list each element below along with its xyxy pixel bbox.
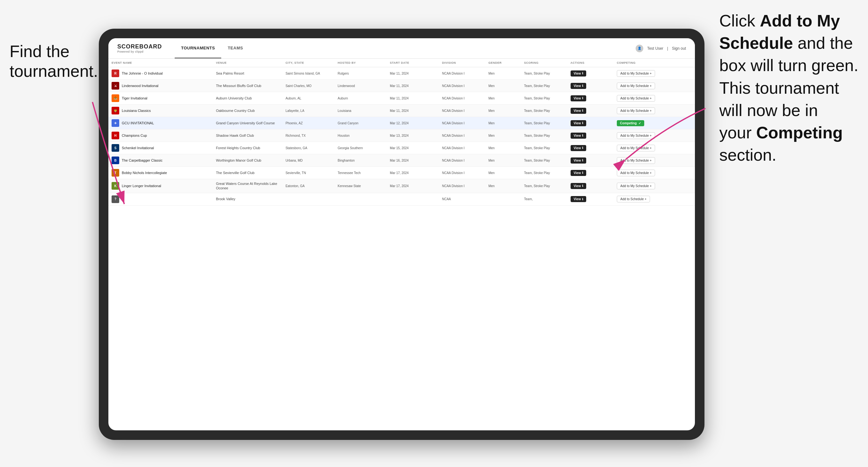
event-name: Louisiana Classics — [122, 109, 151, 113]
add-label: Add to My Schedule + — [620, 109, 652, 113]
add-to-schedule-button[interactable]: Add to My Schedule + — [617, 95, 655, 102]
table-row: 🐯 Tiger Invitational Auburn University C… — [108, 92, 695, 104]
event-name: The Carpetbagger Classic — [122, 158, 162, 162]
team-logo: H — [112, 132, 119, 139]
gender: Men — [488, 121, 494, 125]
add-to-schedule-button[interactable]: Add to My Schedule + — [617, 169, 655, 176]
nav-tab-teams[interactable]: TEAMS — [221, 38, 249, 58]
view-button[interactable]: View ℹ — [570, 133, 587, 139]
table-row: ✈ GCU INVITATIONAL Grand Canyon Universi… — [108, 117, 695, 129]
hosted-by: Kennesaw State — [338, 184, 361, 188]
view-button[interactable]: View ℹ — [570, 145, 587, 151]
add-label: Add to My Schedule + — [620, 72, 652, 75]
info-icon: ℹ — [582, 109, 583, 112]
scoring: Team, Stroke Play — [524, 184, 550, 188]
add-to-schedule-button[interactable]: Add to My Schedule + — [617, 132, 655, 139]
competing-button[interactable]: Competing ✓ — [617, 120, 644, 126]
scoring: Team, Stroke Play — [524, 109, 550, 113]
view-label: View — [574, 171, 581, 175]
venue: Sea Palms Resort — [216, 71, 244, 75]
sign-out-link[interactable]: Sign out — [672, 46, 686, 51]
city-state: Auburn, AL — [286, 97, 301, 100]
hosted-by: Tennessee Tech — [338, 171, 361, 175]
team-logo: K — [112, 182, 119, 190]
user-icon: 👤 — [636, 44, 643, 52]
view-label: View — [574, 84, 581, 88]
division: NCAA Division I — [442, 84, 465, 88]
gender: Men — [488, 159, 494, 162]
view-button[interactable]: View ℹ — [570, 120, 587, 126]
add-to-schedule-button[interactable]: Add to My Schedule + — [617, 107, 655, 114]
view-label: View — [574, 97, 581, 100]
scoring: Team, Stroke Play — [524, 72, 550, 75]
view-button[interactable]: View ℹ — [570, 70, 587, 76]
scoring: Team, Stroke Play — [524, 134, 550, 137]
tablet-screen: SCOREBOARD Powered by clippd TOURNAMENTS… — [108, 38, 695, 430]
division: NCAA Division I — [442, 121, 465, 125]
info-icon: ℹ — [582, 146, 583, 150]
add-to-schedule-button[interactable]: Add to My Schedule + — [617, 83, 655, 89]
start-date: Mar 12, 2024 — [390, 121, 409, 125]
event-name: Linger Longer Invitational — [122, 184, 161, 188]
info-icon: ℹ — [582, 184, 583, 187]
event-name: GCU INVITATIONAL — [122, 121, 154, 125]
view-button[interactable]: View ℹ — [570, 83, 587, 89]
start-date: Mar 13, 2024 — [390, 134, 409, 137]
view-label: View — [574, 146, 581, 150]
col-header-division: DIVISION — [439, 59, 486, 67]
table-row: H Champions Cup Shadow Hawk Golf Club Ri… — [108, 129, 695, 142]
start-date: Mar 11, 2024 — [390, 97, 409, 100]
view-button[interactable]: View ℹ — [570, 196, 587, 202]
city-state: Eatonton, GA — [286, 184, 305, 188]
gender: Men — [488, 171, 494, 175]
col-header-scoring: SCORING — [521, 59, 567, 67]
add-to-schedule-button[interactable]: Add to Schedule + — [617, 196, 650, 203]
team-logo: 🦁 — [112, 107, 119, 115]
team-logo: 🐯 — [112, 94, 119, 102]
view-button[interactable]: View ℹ — [570, 108, 587, 114]
venue: Forest Heights Country Club — [216, 146, 260, 150]
logo-sub: Powered by clippd — [117, 50, 162, 53]
division: NCAA Division I — [442, 97, 465, 100]
venue: Oakbourne Country Club — [216, 109, 255, 113]
scoring: Team, — [524, 197, 533, 201]
table-row: T Bobby Nichols Intercollegiate The Sevi… — [108, 167, 695, 179]
scoring: Team, Stroke Play — [524, 84, 550, 88]
team-logo: B — [112, 157, 119, 164]
nav-tabs: TOURNAMENTS TEAMS — [175, 38, 249, 58]
event-name-cell: ✈ GCU INVITATIONAL — [112, 119, 210, 127]
event-name: Lindenwood Invitational — [122, 84, 158, 88]
event-name: Bobby Nichols Intercollegiate — [122, 171, 167, 175]
add-to-schedule-button[interactable]: Add to My Schedule + — [617, 183, 655, 189]
division: NCAA — [442, 197, 451, 201]
add-to-schedule-button[interactable]: Add to My Schedule + — [617, 70, 655, 77]
start-date: Mar 16, 2024 — [390, 159, 409, 162]
info-icon: ℹ — [582, 121, 583, 125]
info-icon: ℹ — [582, 171, 583, 175]
header-right: 👤 Test User | Sign out — [636, 44, 686, 52]
nav-tab-tournaments[interactable]: TOURNAMENTS — [175, 38, 221, 58]
info-icon: ℹ — [582, 198, 583, 201]
venue: Grand Canyon University Golf Course — [216, 121, 275, 125]
venue: Auburn University Club — [216, 96, 252, 100]
city-state: Saint Charles, MO — [286, 84, 312, 88]
add-to-schedule-button[interactable]: Add to My Schedule + — [617, 157, 655, 164]
view-button[interactable]: View ℹ — [570, 170, 587, 176]
table-row: R The Johnnie - O Individual Sea Palms R… — [108, 67, 695, 80]
hosted-by: Grand Canyon — [338, 121, 358, 125]
view-button[interactable]: View ℹ — [570, 95, 587, 101]
event-name-cell: H Champions Cup — [112, 132, 210, 139]
city-state: Richmond, TX — [286, 134, 306, 137]
view-label: View — [574, 134, 581, 137]
col-header-date: START DATE — [387, 59, 439, 67]
city-state: Lafayette, LA — [286, 109, 304, 113]
tablet-frame: SCOREBOARD Powered by clippd TOURNAMENTS… — [99, 29, 705, 440]
col-header-event: EVENT NAME — [108, 59, 213, 67]
view-button[interactable]: View ℹ — [570, 157, 587, 163]
hosted-by: Binghamton — [338, 159, 354, 162]
view-button[interactable]: View ℹ — [570, 183, 587, 189]
add-to-schedule-button[interactable]: Add to My Schedule + — [617, 145, 655, 151]
col-header-actions: ACTIONS — [567, 59, 614, 67]
logo-area: SCOREBOARD Powered by clippd — [117, 43, 162, 53]
col-header-competing: COMPETING — [614, 59, 695, 67]
